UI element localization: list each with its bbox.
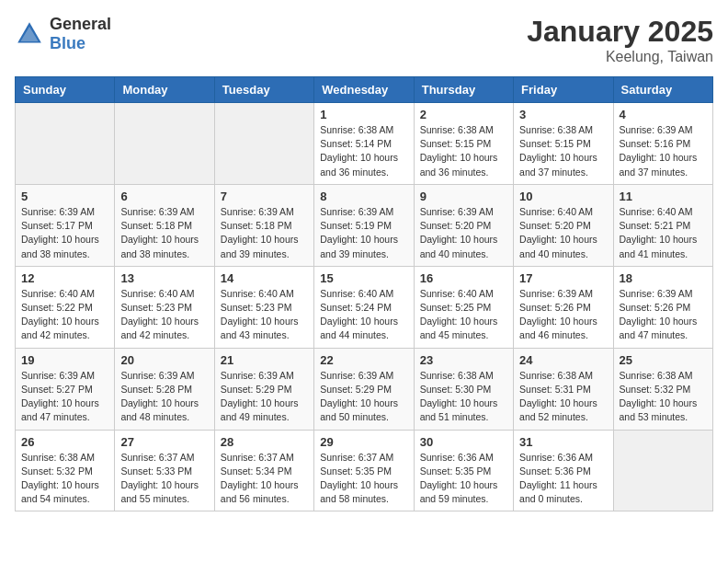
day-info: Sunrise: 6:36 AMSunset: 5:35 PMDaylight:… [420,451,507,507]
day-header-thursday: Thursday [414,77,513,103]
calendar-day-cell [16,103,115,185]
calendar-day-cell: 25Sunrise: 6:38 AMSunset: 5:32 PMDayligh… [613,348,712,430]
calendar-day-cell: 9Sunrise: 6:39 AMSunset: 5:20 PMDaylight… [414,184,513,266]
day-info: Sunrise: 6:39 AMSunset: 5:29 PMDaylight:… [221,369,308,425]
calendar-day-cell [613,430,712,511]
day-number: 2 [420,108,507,121]
day-info: Sunrise: 6:39 AMSunset: 5:29 PMDaylight:… [320,369,407,425]
calendar-day-cell: 6Sunrise: 6:39 AMSunset: 5:18 PMDaylight… [115,184,214,266]
day-info: Sunrise: 6:39 AMSunset: 5:18 PMDaylight:… [120,205,208,261]
calendar-day-cell: 14Sunrise: 6:40 AMSunset: 5:23 PMDayligh… [214,266,313,348]
day-info: Sunrise: 6:37 AMSunset: 5:35 PMDaylight:… [320,451,407,507]
calendar-day-cell: 16Sunrise: 6:40 AMSunset: 5:25 PMDayligh… [414,266,513,348]
calendar-day-cell: 21Sunrise: 6:39 AMSunset: 5:29 PMDayligh… [214,348,313,430]
day-number: 11 [620,190,707,203]
day-number: 3 [519,108,607,121]
calendar-day-cell: 4Sunrise: 6:39 AMSunset: 5:16 PMDaylight… [613,103,712,185]
day-info: Sunrise: 6:40 AMSunset: 5:24 PMDaylight:… [320,287,407,343]
calendar-day-cell: 20Sunrise: 6:39 AMSunset: 5:28 PMDayligh… [115,348,214,430]
calendar-day-cell: 28Sunrise: 6:37 AMSunset: 5:34 PMDayligh… [214,430,313,511]
day-number: 18 [620,271,707,285]
day-info: Sunrise: 6:39 AMSunset: 5:26 PMDaylight:… [519,287,607,343]
day-header-tuesday: Tuesday [214,77,313,103]
calendar-day-cell: 31Sunrise: 6:36 AMSunset: 5:36 PMDayligh… [514,430,613,511]
day-info: Sunrise: 6:37 AMSunset: 5:33 PMDaylight:… [120,451,208,507]
month-title: January 2025 [527,15,713,49]
calendar-day-cell: 5Sunrise: 6:39 AMSunset: 5:17 PMDaylight… [16,184,115,266]
day-number: 19 [21,353,108,367]
day-number: 10 [519,190,607,203]
day-number: 1 [320,108,407,121]
day-number: 12 [21,271,108,285]
logo-general-text: General [50,15,111,33]
day-header-saturday: Saturday [613,77,712,103]
day-header-friday: Friday [514,77,613,103]
day-info: Sunrise: 6:39 AMSunset: 5:16 PMDaylight:… [620,123,707,179]
day-number: 9 [420,190,507,203]
day-info: Sunrise: 6:38 AMSunset: 5:14 PMDaylight:… [320,123,407,179]
day-number: 28 [221,435,308,449]
day-number: 6 [120,190,208,203]
calendar-day-cell: 1Sunrise: 6:38 AMSunset: 5:14 PMDaylight… [314,103,414,185]
day-number: 22 [320,353,407,367]
calendar-day-cell: 29Sunrise: 6:37 AMSunset: 5:35 PMDayligh… [314,430,414,511]
day-info: Sunrise: 6:38 AMSunset: 5:32 PMDaylight:… [21,451,108,507]
day-number: 20 [120,353,208,367]
calendar-day-cell [115,103,214,185]
day-number: 8 [320,190,407,203]
page-header: General Blue January 2025 Keelung, Taiwa… [15,15,713,65]
day-number: 13 [120,271,208,285]
day-number: 30 [420,435,507,449]
calendar-day-cell: 26Sunrise: 6:38 AMSunset: 5:32 PMDayligh… [16,430,115,511]
day-info: Sunrise: 6:39 AMSunset: 5:17 PMDaylight:… [21,205,108,261]
logo: General Blue [15,15,111,53]
day-info: Sunrise: 6:37 AMSunset: 5:34 PMDaylight:… [221,451,308,507]
day-number: 16 [420,271,507,285]
logo-blue-text: Blue [50,34,85,52]
day-header-monday: Monday [115,77,214,103]
calendar-day-cell: 10Sunrise: 6:40 AMSunset: 5:20 PMDayligh… [514,184,613,266]
calendar-day-cell: 23Sunrise: 6:38 AMSunset: 5:30 PMDayligh… [414,348,513,430]
day-info: Sunrise: 6:40 AMSunset: 5:23 PMDaylight:… [120,287,208,343]
day-info: Sunrise: 6:39 AMSunset: 5:26 PMDaylight:… [620,287,707,343]
day-number: 25 [620,353,707,367]
day-number: 27 [120,435,208,449]
calendar-header-row: SundayMondayTuesdayWednesdayThursdayFrid… [16,77,713,103]
calendar-week-row: 12Sunrise: 6:40 AMSunset: 5:22 PMDayligh… [16,266,713,348]
day-header-sunday: Sunday [16,77,115,103]
day-info: Sunrise: 6:36 AMSunset: 5:36 PMDaylight:… [519,451,607,507]
calendar-day-cell: 27Sunrise: 6:37 AMSunset: 5:33 PMDayligh… [115,430,214,511]
calendar-day-cell: 18Sunrise: 6:39 AMSunset: 5:26 PMDayligh… [613,266,712,348]
day-info: Sunrise: 6:38 AMSunset: 5:30 PMDaylight:… [420,369,507,425]
day-info: Sunrise: 6:39 AMSunset: 5:19 PMDaylight:… [320,205,407,261]
day-info: Sunrise: 6:39 AMSunset: 5:20 PMDaylight:… [420,205,507,261]
calendar-week-row: 19Sunrise: 6:39 AMSunset: 5:27 PMDayligh… [16,348,713,430]
day-info: Sunrise: 6:38 AMSunset: 5:15 PMDaylight:… [420,123,507,179]
day-info: Sunrise: 6:40 AMSunset: 5:20 PMDaylight:… [519,205,607,261]
calendar-day-cell: 22Sunrise: 6:39 AMSunset: 5:29 PMDayligh… [314,348,414,430]
logo-icon [15,19,44,49]
day-info: Sunrise: 6:40 AMSunset: 5:22 PMDaylight:… [21,287,108,343]
calendar-day-cell: 17Sunrise: 6:39 AMSunset: 5:26 PMDayligh… [514,266,613,348]
calendar-week-row: 5Sunrise: 6:39 AMSunset: 5:17 PMDaylight… [16,184,713,266]
calendar-day-cell: 3Sunrise: 6:38 AMSunset: 5:15 PMDaylight… [514,103,613,185]
location-title: Keelung, Taiwan [527,49,713,65]
calendar-week-row: 26Sunrise: 6:38 AMSunset: 5:32 PMDayligh… [16,430,713,511]
calendar-day-cell: 19Sunrise: 6:39 AMSunset: 5:27 PMDayligh… [16,348,115,430]
day-info: Sunrise: 6:38 AMSunset: 5:15 PMDaylight:… [519,123,607,179]
day-info: Sunrise: 6:38 AMSunset: 5:32 PMDaylight:… [620,369,707,425]
day-number: 31 [519,435,607,449]
day-number: 21 [221,353,308,367]
title-block: January 2025 Keelung, Taiwan [527,15,713,65]
day-number: 17 [519,271,607,285]
calendar-day-cell: 15Sunrise: 6:40 AMSunset: 5:24 PMDayligh… [314,266,414,348]
calendar-table: SundayMondayTuesdayWednesdayThursdayFrid… [15,76,713,511]
day-number: 24 [519,353,607,367]
day-number: 7 [221,190,308,203]
day-number: 23 [420,353,507,367]
calendar-week-row: 1Sunrise: 6:38 AMSunset: 5:14 PMDaylight… [16,103,713,185]
day-number: 5 [21,190,108,203]
day-number: 26 [21,435,108,449]
calendar-day-cell: 13Sunrise: 6:40 AMSunset: 5:23 PMDayligh… [115,266,214,348]
calendar-day-cell: 12Sunrise: 6:40 AMSunset: 5:22 PMDayligh… [16,266,115,348]
